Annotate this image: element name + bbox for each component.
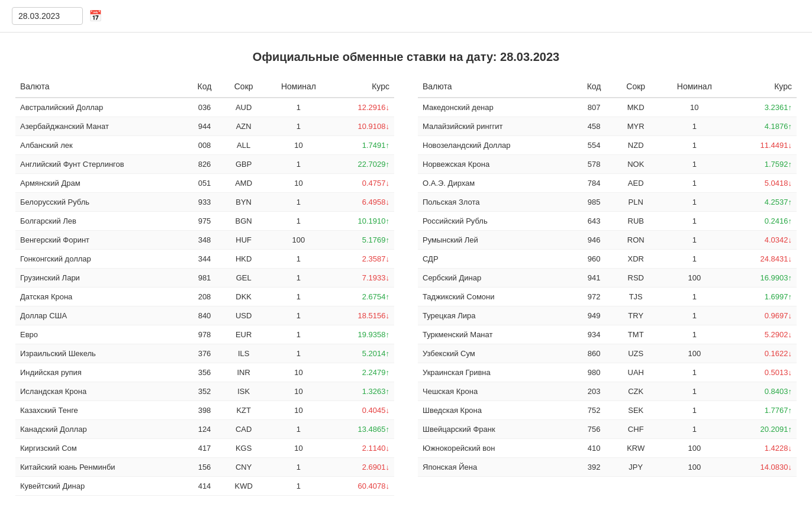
currency-code: 414 [186,477,222,496]
table-row: Казахский Тенге 398 KZT 10 0.4045↓ [15,401,394,420]
currency-rate: 22.7029↑ [332,155,394,174]
right-table-header-row: Валюта Код Сокр Номинал Курс [418,76,797,98]
page-title: Официальные обменные ставки на дату: 28.… [0,50,812,64]
currency-abbr: BGN [223,212,265,231]
table-row: Таджикский Сомони 972 TJS 1 1.6997↑ [418,288,797,306]
left-col-nominal: Номинал [265,76,332,98]
currency-nominal: 1 [265,269,332,288]
right-table: Валюта Код Сокр Номинал Курс Македонский… [418,76,797,477]
currency-name: Узбекский Сум [418,344,575,363]
currency-abbr: PLN [613,193,659,212]
currency-rate: 4.2537↑ [730,193,797,212]
table-row: Сербский Динар 941 RSD 100 16.9903↑ [418,269,797,288]
currency-name: Малайзийский ринггит [418,117,575,136]
currency-code: 643 [575,212,613,231]
currency-code: 051 [186,174,222,193]
left-col-valuta: Валюта [15,76,186,98]
currency-nominal: 1 [265,344,332,363]
currency-rate: 0.4757↓ [332,174,394,193]
currency-rate: 3.2361↑ [730,98,797,117]
currency-rate: 0.9697↓ [730,306,797,325]
currency-rate: 0.1622↓ [730,344,797,363]
currency-name: СДР [418,250,575,269]
currency-abbr: RUB [613,212,659,231]
currency-code: 348 [186,231,222,250]
table-row: Албанский лек 008 ALL 10 1.7491↑ [15,136,394,155]
currency-rate: 20.2091↑ [730,420,797,439]
currency-nominal: 1 [265,458,332,477]
currency-nominal: 1 [659,212,730,231]
left-col-rate: Курс [332,76,394,98]
currency-code: 554 [575,136,613,155]
table-row: Доллар США 840 USD 1 18.5156↓ [15,306,394,325]
currency-nominal: 1 [265,117,332,136]
table-row: Датская Крона 208 DKK 1 2.6754↑ [15,288,394,306]
currency-name: Чешская Крона [418,382,575,401]
currency-name: Английский Фунт Стерлингов [15,155,186,174]
currency-name: Индийская рупия [15,363,186,382]
table-row: Индийская рупия 356 INR 10 2.2479↑ [15,363,394,382]
table-row: Армянский Драм 051 AMD 10 0.4757↓ [15,174,394,193]
currency-nominal: 1 [265,212,332,231]
currency-code: 578 [575,155,613,174]
currency-code: 985 [575,193,613,212]
currency-abbr: UZS [613,344,659,363]
currency-name: Белорусский Рубль [15,193,186,212]
currency-name: Македонский денар [418,98,575,117]
currency-abbr: CZK [613,382,659,401]
currency-name: Канадский Доллар [15,420,186,439]
top-bar: 📅 [0,0,812,33]
currency-rate: 5.0418↓ [730,174,797,193]
currency-nominal: 1 [265,98,332,117]
currency-abbr: AZN [223,117,265,136]
currency-abbr: CAD [223,420,265,439]
currency-rate: 4.0342↓ [730,231,797,250]
currency-rate: 13.4865↑ [332,420,394,439]
table-row: Шведская Крона 752 SEK 1 1.7767↑ [418,401,797,420]
table-row: Новозеландский Доллар 554 NZD 1 11.4491↓ [418,136,797,155]
currency-name: Австралийский Доллар [15,98,186,117]
currency-name: Кувейтский Динар [15,477,186,496]
currency-name: Датская Крона [15,288,186,306]
currency-rate: 7.1933↓ [332,269,394,288]
left-table: Валюта Код Сокр Номинал Курс Австралийск… [15,76,394,496]
date-input[interactable] [12,7,83,25]
currency-abbr: ILS [223,344,265,363]
currency-abbr: SEK [613,401,659,420]
currency-nominal: 1 [265,193,332,212]
currency-rate: 2.1140↓ [332,439,394,458]
currency-nominal: 1 [659,193,730,212]
table-row: Китайский юань Ренминби 156 CNY 1 2.6901… [15,458,394,477]
currency-nominal: 1 [659,117,730,136]
currency-abbr: USD [223,306,265,325]
currency-code: 756 [575,420,613,439]
currency-nominal: 1 [659,250,730,269]
currency-code: 458 [575,117,613,136]
currency-code: 156 [186,458,222,477]
currency-nominal: 100 [659,458,730,477]
currency-name: Гонконгский доллар [15,250,186,269]
table-row: Канадский Доллар 124 CAD 1 13.4865↑ [15,420,394,439]
currency-nominal: 10 [265,439,332,458]
currency-nominal: 1 [265,477,332,496]
right-table-wrapper: Валюта Код Сокр Номинал Курс Македонский… [418,76,797,496]
currency-nominal: 1 [659,136,730,155]
currency-abbr: AMD [223,174,265,193]
currency-nominal: 1 [659,155,730,174]
calendar-icon[interactable]: 📅 [89,9,102,22]
currency-code: 392 [575,458,613,477]
currency-rate: 16.9903↑ [730,269,797,288]
currency-name: Новозеландский Доллар [418,136,575,155]
currency-nominal: 100 [659,344,730,363]
currency-abbr: GEL [223,269,265,288]
currency-abbr: UAH [613,363,659,382]
currency-abbr: KRW [613,439,659,458]
currency-code: 410 [575,439,613,458]
currency-abbr: KGS [223,439,265,458]
currency-name: Киргизский Сом [15,439,186,458]
currency-abbr: AUD [223,98,265,117]
table-row: О.А.Э. Дирхам 784 AED 1 5.0418↓ [418,174,797,193]
currency-abbr: NOK [613,155,659,174]
currency-code: 208 [186,288,222,306]
currency-rate: 5.2014↑ [332,344,394,363]
